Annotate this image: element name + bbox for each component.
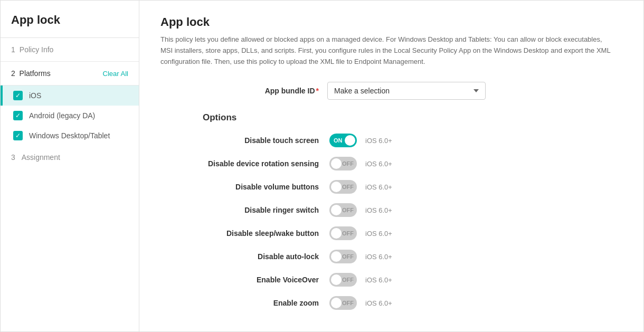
page-description: This policy lets you define allowed or b… [160, 34, 614, 67]
toggle-knob [345, 135, 355, 146]
toggle-off-label: OFF [342, 277, 354, 283]
platform-item-android[interactable]: ✓ Android (legacy DA) [1, 106, 139, 126]
app-bundle-id-label: App bundle ID* [160, 87, 319, 95]
ios-label: iOS [29, 91, 41, 100]
windows-checkbox[interactable]: ✓ [13, 131, 23, 140]
toggle-knob [331, 298, 342, 308]
enable-voiceover-label: Enable VoiceOver [160, 276, 319, 284]
enable-voiceover-toggle-container: OFF iOS 6.0+ [329, 273, 392, 287]
enable-voiceover-version: iOS 6.0+ [365, 276, 392, 284]
clear-all-button[interactable]: Clear All [103, 70, 128, 78]
windows-label: Windows Desktop/Tablet [29, 131, 110, 140]
disable-auto-lock-toggle-container: OFF iOS 6.0+ [329, 250, 392, 263]
sidebar-item-policy-info[interactable]: 1 Policy Info [1, 38, 139, 62]
disable-sleep-wake-version: iOS 6.0+ [365, 230, 392, 238]
main-content: App lock This policy lets you define all… [139, 1, 643, 331]
assignment-label: Assignment [22, 153, 60, 162]
enable-zoom-toggle[interactable]: OFF [329, 296, 357, 310]
toggle-knob [331, 228, 342, 239]
toggle-off-label: OFF [342, 184, 354, 190]
required-indicator: * [316, 87, 319, 95]
toggle-knob [331, 251, 342, 262]
disable-volume-version: iOS 6.0+ [365, 183, 392, 191]
option-disable-touch-screen: Disable touch screen ON iOS 6.0+ [160, 134, 622, 147]
platforms-label: 2 Platforms [11, 69, 51, 78]
sidebar-platforms-row: 2 Platforms Clear All [1, 62, 139, 86]
disable-sleep-wake-toggle[interactable]: OFF [329, 226, 357, 240]
android-label: Android (legacy DA) [29, 111, 95, 120]
platforms-step-number: 2 [11, 69, 15, 78]
toggle-knob [331, 274, 342, 285]
disable-volume-toggle-container: OFF iOS 6.0+ [329, 180, 392, 194]
toggle-knob [331, 205, 342, 215]
ios-checkbox[interactable]: ✓ [13, 91, 23, 100]
disable-touch-screen-label: Disable touch screen [160, 136, 319, 145]
disable-auto-lock-version: iOS 6.0+ [365, 253, 392, 261]
enable-zoom-toggle-container: OFF iOS 6.0+ [329, 296, 392, 310]
option-disable-sleep-wake: Disable sleep/wake button OFF iOS 6.0+ [160, 226, 622, 240]
disable-auto-lock-label: Disable auto-lock [160, 252, 319, 261]
option-disable-rotation: Disable device rotation sensing OFF iOS … [160, 157, 622, 170]
enable-zoom-label: Enable zoom [160, 299, 319, 307]
disable-sleep-wake-label: Disable sleep/wake button [160, 229, 319, 238]
android-checkbox[interactable]: ✓ [13, 111, 23, 120]
toggle-off-label: OFF [342, 300, 354, 306]
platforms-label-text: Platforms [20, 69, 51, 78]
disable-ringer-version: iOS 6.0+ [365, 206, 392, 214]
windows-checkmark: ✓ [15, 132, 21, 139]
app-bundle-id-row: App bundle ID* Make a selection [160, 82, 622, 100]
ios-checkmark: ✓ [15, 92, 21, 99]
disable-touch-screen-toggle-container: ON iOS 6.0+ [329, 134, 392, 147]
disable-rotation-version: iOS 6.0+ [365, 160, 392, 168]
disable-rotation-label: Disable device rotation sensing [160, 159, 319, 168]
option-enable-voiceover: Enable VoiceOver OFF iOS 6.0+ [160, 273, 622, 287]
disable-ringer-label: Disable ringer switch [160, 206, 319, 214]
enable-zoom-version: iOS 6.0+ [365, 299, 392, 307]
disable-ringer-toggle-container: OFF iOS 6.0+ [329, 203, 392, 217]
android-checkmark: ✓ [15, 112, 21, 119]
toggle-knob [331, 182, 342, 192]
toggle-off-label: OFF [342, 207, 354, 213]
disable-volume-label: Disable volume buttons [160, 183, 319, 191]
disable-sleep-wake-toggle-container: OFF iOS 6.0+ [329, 226, 392, 240]
platform-item-windows[interactable]: ✓ Windows Desktop/Tablet [1, 126, 139, 146]
policy-info-label: Policy Info [20, 45, 54, 54]
disable-touch-screen-toggle[interactable]: ON [329, 134, 357, 147]
toggle-off-label: OFF [342, 230, 354, 236]
assignment-step-number: 3 [11, 153, 15, 162]
disable-rotation-toggle[interactable]: OFF [329, 157, 357, 170]
toggle-knob [331, 158, 342, 169]
sidebar-item-assignment[interactable]: 3 Assignment [1, 146, 139, 169]
platform-item-ios[interactable]: ✓ iOS [1, 86, 139, 106]
toggle-off-label: OFF [342, 253, 354, 260]
sidebar: App lock 1 Policy Info 2 Platforms Clear… [1, 1, 139, 331]
toggle-on-label: ON [334, 137, 343, 144]
option-enable-zoom: Enable zoom OFF iOS 6.0+ [160, 296, 622, 310]
enable-voiceover-toggle[interactable]: OFF [329, 273, 357, 287]
page-title: App lock [160, 15, 622, 29]
option-disable-auto-lock: Disable auto-lock OFF iOS 6.0+ [160, 250, 622, 263]
disable-touch-screen-version: iOS 6.0+ [365, 137, 392, 145]
disable-rotation-toggle-container: OFF iOS 6.0+ [329, 157, 392, 170]
policy-info-step-number: 1 [11, 45, 15, 54]
disable-auto-lock-toggle[interactable]: OFF [329, 250, 357, 263]
options-section-title: Options [160, 112, 622, 123]
app-bundle-id-select[interactable]: Make a selection [327, 82, 486, 100]
disable-volume-toggle[interactable]: OFF [329, 180, 357, 194]
toggle-off-label: OFF [342, 160, 354, 167]
disable-ringer-toggle[interactable]: OFF [329, 203, 357, 217]
option-disable-ringer: Disable ringer switch OFF iOS 6.0+ [160, 203, 622, 217]
option-disable-volume: Disable volume buttons OFF iOS 6.0+ [160, 180, 622, 194]
sidebar-title: App lock [1, 1, 139, 38]
